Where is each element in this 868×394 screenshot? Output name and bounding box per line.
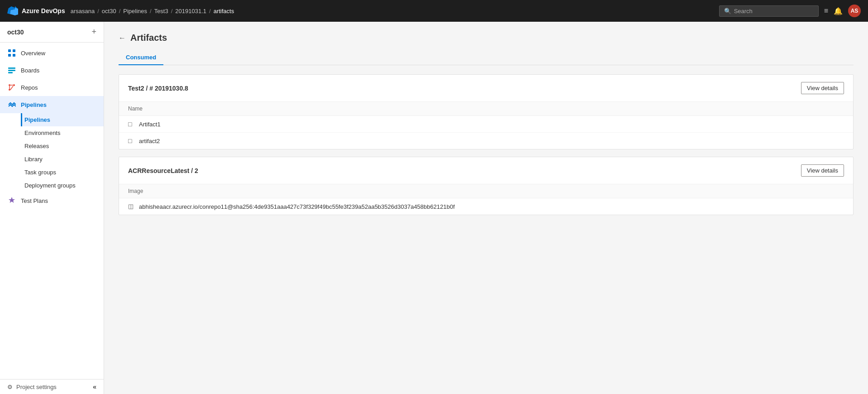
sidebar-sub-label-task-groups: Task groups [24, 169, 56, 176]
breadcrumb: arsasana / oct30 / Pipelines / Test3 / 2… [71, 8, 714, 14]
card-2-title: ACRResourceLatest / 2 [128, 167, 198, 174]
svg-rect-0 [8, 49, 11, 52]
svg-line-12 [10, 86, 13, 90]
card-1-title: Test2 / # 20191030.8 [128, 85, 188, 92]
sidebar-sub-item-deployment-groups[interactable]: Deployment groups [21, 179, 104, 192]
sidebar-item-label-boards: Boards [21, 67, 39, 74]
card-1-section-label: Name [119, 102, 853, 116]
breadcrumb-pipelines[interactable]: Pipelines [123, 8, 147, 14]
logo-text: Azure DevOps [22, 7, 65, 14]
tabs-bar: Consumed [119, 50, 854, 65]
collapse-icon[interactable]: « [93, 383, 96, 390]
sidebar-footer: ⚙ Project settings « [0, 379, 104, 394]
sidebar-item-overview[interactable]: Overview [0, 44, 104, 62]
sidebar-sub-label-deployment-groups: Deployment groups [24, 182, 76, 189]
sidebar-nav: Overview Boards Repos Pipe [0, 43, 104, 379]
artifact-icon-1: □ [128, 120, 135, 128]
sidebar-sub-label-library: Library [24, 156, 43, 163]
sidebar-item-boards[interactable]: Boards [0, 62, 104, 79]
sidebar-item-label-repos: Repos [21, 84, 38, 91]
settings-gear-icon: ⚙ [7, 384, 13, 390]
sidebar-sub-item-environments[interactable]: Environments [21, 126, 104, 139]
svg-rect-4 [8, 67, 15, 69]
avatar[interactable]: AS [848, 5, 861, 17]
breadcrumb-oct30[interactable]: oct30 [102, 8, 116, 14]
svg-rect-5 [8, 70, 15, 71]
sidebar-item-label-test-plans: Test Plans [21, 197, 48, 204]
tab-consumed[interactable]: Consumed [119, 50, 163, 65]
sidebar-sub-item-pipelines[interactable]: Pipelines [21, 113, 104, 126]
boards-icon [7, 66, 16, 75]
page-title: Artifacts [130, 33, 167, 43]
repos-icon [7, 83, 16, 92]
container-image-1: abhisheaacr.azurecr.io/conrepo11@sha256:… [139, 203, 455, 210]
breadcrumb-test3[interactable]: Test3 [154, 8, 168, 14]
artifact-icon-2: □ [128, 137, 135, 144]
artifact-name-1: Artifact1 [139, 121, 161, 128]
container-icon-1: ◫ [128, 203, 135, 210]
topbar-icons: ≡ 🔔 AS [824, 5, 861, 17]
overview-icon [7, 48, 16, 58]
add-project-button[interactable]: + [91, 27, 96, 37]
view-details-button-2[interactable]: View details [801, 164, 844, 177]
sidebar-sub-label-environments: Environments [24, 130, 60, 136]
svg-rect-3 [13, 54, 15, 57]
notifications-icon[interactable]: 🔔 [834, 7, 843, 15]
logo[interactable]: Azure DevOps [7, 5, 65, 16]
breadcrumb-build[interactable]: 20191031.1 [175, 8, 206, 14]
breadcrumb-arsasana[interactable]: arsasana [71, 8, 95, 14]
project-settings-item[interactable]: ⚙ Project settings [7, 384, 57, 390]
project-name: oct30 [7, 29, 24, 36]
sidebar-sub-pipelines: Pipelines Environments Releases Library … [0, 113, 104, 192]
svg-point-7 [9, 84, 10, 86]
breadcrumb-artifacts: artifacts [214, 8, 234, 14]
azure-devops-logo [7, 5, 18, 16]
card-2-section-label: Image [119, 184, 853, 198]
sidebar-item-repos[interactable]: Repos [0, 79, 104, 96]
topbar: Azure DevOps arsasana / oct30 / Pipeline… [0, 0, 868, 22]
svg-point-8 [9, 89, 10, 91]
search-icon: 🔍 [724, 8, 731, 14]
sidebar: oct30 + Overview Boards [0, 22, 104, 394]
test-plans-icon [7, 196, 16, 205]
artifact-name-2: artifact2 [139, 138, 160, 144]
sidebar-sub-item-releases[interactable]: Releases [21, 139, 104, 153]
sidebar-sub-label-pipelines: Pipelines [24, 116, 50, 123]
svg-rect-6 [8, 72, 13, 73]
sidebar-sub-label-releases: Releases [24, 143, 49, 149]
svg-point-9 [13, 84, 15, 86]
sidebar-item-pipelines[interactable]: Pipelines [0, 96, 104, 113]
artifact-row-artifact1: □ Artifact1 [119, 116, 853, 133]
back-button[interactable]: ← [119, 34, 126, 42]
search-box[interactable]: 🔍 Search [719, 5, 819, 17]
artifact-card-2: ACRResourceLatest / 2 View details Image… [119, 157, 854, 215]
settings-icon[interactable]: ≡ [824, 7, 828, 15]
sidebar-sub-item-task-groups[interactable]: Task groups [21, 166, 104, 179]
card-2-header: ACRResourceLatest / 2 View details [119, 157, 853, 184]
page-header: ← Artifacts [119, 33, 854, 43]
svg-rect-2 [8, 54, 11, 57]
sidebar-item-label-overview: Overview [21, 50, 45, 57]
content-area: ← Artifacts Consumed Test2 / # 20191030.… [104, 22, 868, 394]
sidebar-header: oct30 + [0, 22, 104, 43]
svg-rect-1 [13, 49, 15, 52]
sidebar-sub-item-library[interactable]: Library [21, 153, 104, 166]
card-1-header: Test2 / # 20191030.8 View details [119, 75, 853, 102]
artifact-row-artifact2: □ artifact2 [119, 133, 853, 149]
project-settings-label: Project settings [16, 384, 57, 390]
artifact-card-1: Test2 / # 20191030.8 View details Name □… [119, 74, 854, 149]
sidebar-item-label-pipelines: Pipelines [21, 101, 47, 108]
sidebar-item-test-plans[interactable]: Test Plans [0, 192, 104, 209]
pipelines-icon [7, 100, 16, 109]
view-details-button-1[interactable]: View details [801, 82, 844, 94]
search-placeholder: Search [734, 8, 753, 14]
container-row-1: ◫ abhisheaacr.azurecr.io/conrepo11@sha25… [119, 198, 853, 215]
main-layout: oct30 + Overview Boards [0, 22, 868, 394]
